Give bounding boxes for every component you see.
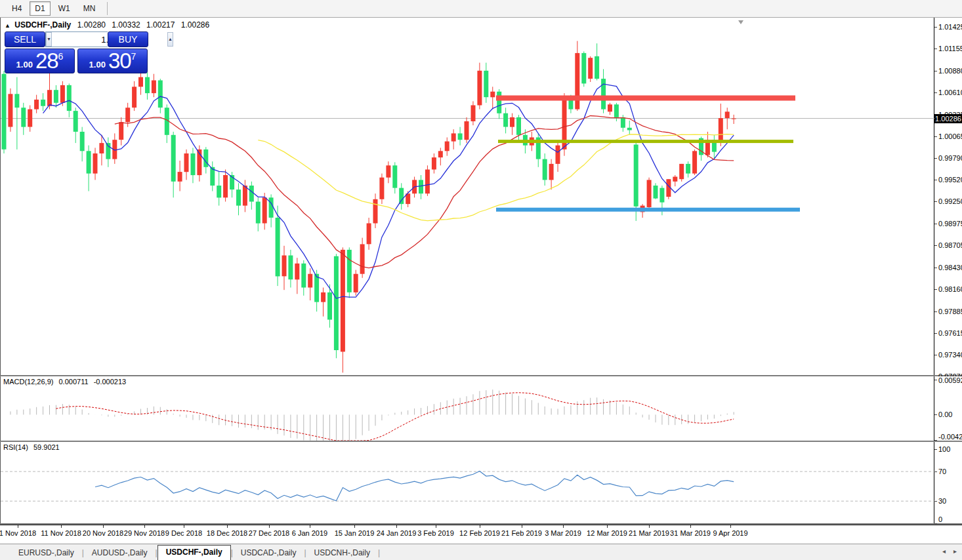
candle-body (269, 197, 274, 218)
volume-spinner: ▼ ▲ (45, 31, 108, 47)
price-axis-label: 0.98975 (938, 220, 962, 228)
timeframe-button-d1[interactable]: D1 (30, 1, 50, 16)
candle-body (614, 104, 619, 117)
timeframe-buttons: H4D1W1MN (7, 1, 103, 16)
axis-tick (934, 92, 937, 93)
tab-scroll-right-button[interactable]: ▸ (953, 548, 957, 555)
date-label: 15 Jan 2019 (335, 529, 375, 537)
candle-body (14, 94, 19, 108)
rsi-chart[interactable] (1, 442, 934, 523)
timeframe-button-mn[interactable]: MN (78, 1, 101, 16)
candle-body (203, 150, 208, 167)
price-axis-label: 1.00880 (938, 67, 962, 75)
candle-body (679, 164, 684, 179)
candle-body (477, 71, 482, 106)
candle-body (158, 81, 163, 108)
axis-tick (934, 355, 937, 355)
candle-body (465, 121, 469, 140)
rsi-axis-label: 0 (938, 515, 942, 523)
buy-price-display[interactable]: 1.00 30 7 (77, 49, 148, 73)
price-axis[interactable]: 1.014251.011551.008801.006101.003351.000… (934, 18, 962, 375)
sell-price-display[interactable]: 1.00 28 6 (5, 49, 75, 73)
candle-body (581, 53, 586, 84)
price-axis-label: 0.97340 (938, 351, 962, 359)
macd-signal-line (56, 393, 734, 441)
candle-body (243, 186, 247, 206)
time-axis-tick (227, 525, 228, 528)
time-axis-tick (396, 525, 397, 528)
main-chart-row: ▲ USDCHF-,Daily 1.00280 1.00332 1.00217 … (0, 18, 962, 375)
macd-plot[interactable]: MACD(12,26,9) 0.000711 -0.000213 (0, 376, 934, 441)
chart-tab-usdcnh[interactable]: USDCNH-,Daily (306, 546, 378, 560)
time-axis-tick (563, 525, 564, 528)
date-label: 3 Feb 2019 (417, 529, 454, 537)
candle-body (191, 153, 196, 175)
timeframe-button-h4[interactable]: H4 (7, 1, 27, 16)
timeframe-button-w1[interactable]: W1 (53, 1, 75, 16)
date-label: 12 Mar 2019 (587, 529, 627, 537)
sell-button[interactable]: SELL (5, 31, 45, 47)
macd-chart[interactable] (1, 376, 934, 441)
rsi-pane-row: RSI(14) 59.9021 10070300 (0, 442, 962, 523)
price-axis-label: 1.00065 (938, 132, 962, 140)
candle-body (178, 172, 182, 182)
macd-axis[interactable]: 0.0059260.00-0.004241 (934, 376, 962, 441)
current-price-tag: 1.00286 (934, 114, 962, 123)
candle-body (360, 244, 365, 273)
support-band (496, 208, 800, 212)
candle-body (217, 186, 221, 197)
candle-body (184, 153, 189, 172)
candle-body (425, 170, 430, 194)
chart-tab-eurusd[interactable]: EURUSD-,Daily (10, 546, 82, 560)
candle-body (308, 274, 312, 288)
axis-tick (934, 523, 937, 524)
candle-body (379, 178, 384, 199)
tab-scroll-controls: ◂ ▸ (942, 548, 957, 555)
rsi-plot[interactable]: RSI(14) 59.9021 (0, 442, 934, 523)
price-axis-label: 0.98705 (938, 241, 962, 249)
tab-separator: | (378, 546, 380, 560)
buy-button[interactable]: BUY (108, 31, 148, 47)
axis-tick (934, 71, 937, 71)
rsi-axis[interactable]: 10070300 (934, 442, 962, 523)
chart-title: ▲ USDCHF-,Daily 1.00280 1.00332 1.00217 … (5, 20, 209, 30)
date-label: 31 Mar 2019 (670, 529, 711, 537)
price-axis-label: 0.97885 (938, 308, 962, 315)
macd-signal-value: -0.000213 (94, 378, 127, 386)
candle-body (392, 165, 397, 188)
volume-decrease-button[interactable]: ▼ (46, 32, 52, 47)
date-label: 12 Feb 2019 (459, 529, 500, 537)
axis-tick (934, 414, 937, 415)
pivot-band (498, 140, 793, 143)
macd-main-value: 0.000711 (58, 378, 88, 386)
chart-tab-usdchf[interactable]: USDCHF-,Daily (157, 545, 231, 560)
candle-body (34, 100, 39, 110)
candle-body (125, 108, 130, 122)
time-axis-tick (354, 525, 355, 528)
candle-body (608, 104, 612, 111)
time-axis-tick (310, 525, 310, 528)
collapse-triangle-icon[interactable]: ▲ (5, 22, 10, 29)
candle-body (262, 197, 267, 223)
axis-tick (934, 501, 937, 502)
candle-body (588, 58, 593, 79)
candle-body (575, 53, 579, 110)
candle-body (87, 151, 91, 173)
chart-tab-audusd[interactable]: AUDUSD-,Daily (84, 546, 156, 560)
date-label: 29 Nov 2018 (124, 529, 165, 537)
candle-body (138, 77, 143, 87)
tab-scroll-left-button[interactable]: ◂ (942, 548, 946, 555)
candle-body (458, 133, 463, 140)
time-axis[interactable]: 1 Nov 201811 Nov 201820 Nov 201829 Nov 2… (0, 525, 962, 544)
macd-pane-row: MACD(12,26,9) 0.000711 -0.000213 0.00592… (0, 376, 962, 441)
axis-tick (934, 49, 937, 49)
candle-body (41, 100, 45, 106)
macd-axis-label: 0.00 (938, 410, 952, 418)
volume-increase-button[interactable]: ▲ (167, 32, 173, 47)
chart-tab-usdcad[interactable]: USDCAD-,Daily (233, 546, 304, 560)
candle-body (654, 186, 658, 199)
price-chart-plot[interactable]: ▲ USDCHF-,Daily 1.00280 1.00332 1.00217 … (0, 18, 934, 375)
price-axis-label: 0.97615 (938, 329, 962, 337)
candle-body (451, 133, 456, 141)
candle-body (334, 256, 339, 350)
